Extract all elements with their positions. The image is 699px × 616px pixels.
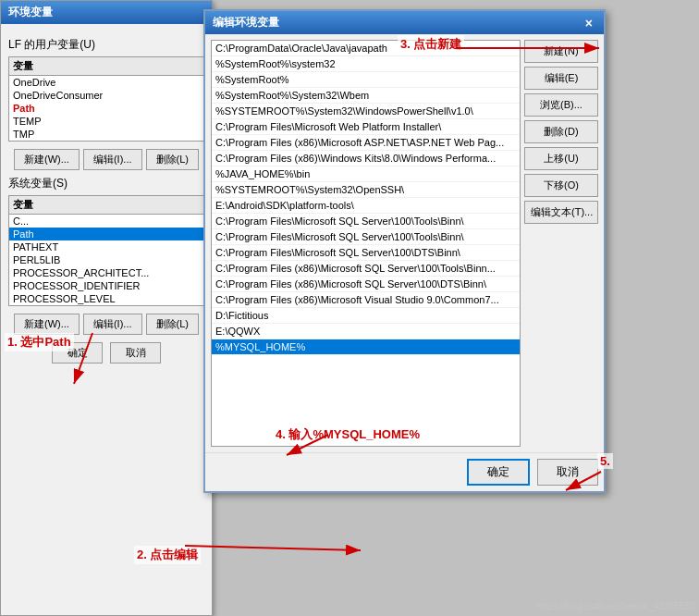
path-item-16[interactable]: C:\Program Files (x86)\Microsoft Visual … (212, 292, 520, 308)
move-down-button[interactable]: 下移(O) (524, 174, 598, 197)
env-window-title: 环境变量 (1, 1, 212, 24)
system-vars-header: 变量 (9, 196, 203, 215)
system-var-row-pathext[interactable]: PATHEXT (9, 240, 203, 253)
path-item-18[interactable]: E:\QQWX (212, 324, 520, 339)
path-item-mysql[interactable]: %MYSQL_HOME% (212, 339, 520, 355)
path-item-4[interactable]: %SYSTEMROOT%\System32\WindowsPowerShell\… (212, 104, 520, 119)
new-path-button[interactable]: 新建(N) (524, 40, 598, 63)
system-var-row-path[interactable]: Path (9, 228, 203, 240)
user-vars-label: LF 的用户变量(U) (8, 37, 204, 53)
edit-path-dialog: 编辑环境变量 × C:\ProgramData\Oracle\Java\java… (203, 9, 606, 493)
user-delete-button[interactable]: 删除(L) (146, 149, 199, 170)
system-var-row-perl5lib[interactable]: PERL5LIB (9, 253, 203, 266)
path-item-8[interactable]: %JAVA_HOME%\bin (212, 166, 520, 182)
path-item-6[interactable]: C:\Program Files (x86)\Microsoft ASP.NET… (212, 135, 520, 151)
env-variables-window: 环境变量 LF 的用户变量(U) 变量 OneDrive OneDriveCon… (0, 0, 213, 616)
dialog-cancel-button[interactable]: 取消 (537, 459, 598, 486)
system-var-row-proc-arch[interactable]: PROCESSOR_ARCHITECT... (9, 266, 203, 279)
path-item-7[interactable]: C:\Program Files (x86)\Windows Kits\8.0\… (212, 151, 520, 166)
env-ok-button[interactable]: 确定 (52, 342, 103, 363)
edit-text-button[interactable]: 编辑文本(T)... (524, 201, 598, 224)
user-var-row-tmp[interactable]: TMP (9, 128, 203, 141)
user-edit-button[interactable]: 编辑(I)... (83, 149, 142, 170)
system-var-row-c[interactable]: C... (9, 215, 203, 228)
dialog-side-buttons: 新建(N) 编辑(E) 浏览(B)... 删除(D) 上移(U) 下移(O) 编… (524, 40, 598, 447)
path-item-17[interactable]: D:\Fictitious (212, 308, 520, 324)
path-item-10[interactable]: E:\Android\SDK\platform-tools\ (212, 198, 520, 214)
path-item-1[interactable]: %SystemRoot%\system32 (212, 56, 520, 72)
user-vars-table: 变量 OneDrive OneDriveConsumer Path TEMP T… (8, 56, 204, 142)
path-item-11[interactable]: C:\Program Files\Microsoft SQL Server\10… (212, 214, 520, 229)
edit-path-button[interactable]: 编辑(E) (524, 67, 598, 90)
user-buttons-row: 新建(W)... 编辑(I)... 删除(L) (8, 149, 204, 170)
dialog-title-bar: 编辑环境变量 × (205, 11, 604, 34)
path-item-14[interactable]: C:\Program Files (x86)\Microsoft SQL Ser… (212, 261, 520, 277)
path-item-9[interactable]: %SYSTEMROOT%\System32\OpenSSH\ (212, 182, 520, 198)
path-list[interactable]: C:\ProgramData\Oracle\Java\javapath %Sys… (211, 40, 521, 447)
system-vars-label: 系统变量(S) (8, 176, 204, 191)
system-vars-table: 变量 C... Path PATHEXT PERL5LIB PROCESSOR_… (8, 195, 204, 306)
sys-delete-button[interactable]: 删除(L) (146, 314, 199, 335)
path-item-5[interactable]: C:\Program Files\Microsoft Web Platform … (212, 119, 520, 135)
sys-buttons-row: 新建(W)... 编辑(I)... 删除(L) (8, 314, 204, 335)
browse-path-button[interactable]: 浏览(B)... (524, 93, 598, 117)
sys-edit-button[interactable]: 编辑(I)... (83, 314, 142, 335)
watermark: https://blog.csdn.net/weixin_42365530 (537, 601, 694, 611)
path-item-0[interactable]: C:\ProgramData\Oracle\Java\javapath (212, 41, 520, 56)
sys-new-button[interactable]: 新建(W)... (14, 314, 80, 335)
path-item-2[interactable]: %SystemRoot% (212, 72, 520, 88)
dialog-body: C:\ProgramData\Oracle\Java\javapath %Sys… (205, 34, 604, 452)
env-ok-cancel: 确定 取消 (8, 342, 204, 363)
user-new-button[interactable]: 新建(W)... (14, 149, 80, 170)
system-var-row-proc-id[interactable]: PROCESSOR_IDENTIFIER (9, 279, 203, 292)
move-up-button[interactable]: 上移(U) (524, 147, 598, 170)
dialog-footer: 确定 取消 (205, 452, 604, 491)
env-cancel-button[interactable]: 取消 (110, 342, 161, 363)
user-var-row-temp[interactable]: TEMP (9, 115, 203, 128)
dialog-ok-button[interactable]: 确定 (467, 459, 530, 486)
path-item-13[interactable]: C:\Program Files\Microsoft SQL Server\10… (212, 245, 520, 261)
user-var-row-path[interactable]: Path (9, 102, 203, 115)
delete-path-button[interactable]: 删除(D) (524, 120, 598, 143)
dialog-close-button[interactable]: × (582, 16, 596, 31)
path-item-3[interactable]: %SystemRoot%\System32\Wbem (212, 88, 520, 104)
path-item-15[interactable]: C:\Program Files (x86)\Microsoft SQL Ser… (212, 277, 520, 292)
system-var-row-proc-level[interactable]: PROCESSOR_LEVEL (9, 292, 203, 305)
path-item-12[interactable]: C:\Program Files\Microsoft SQL Server\10… (212, 229, 520, 245)
user-var-row-onedrive[interactable]: OneDrive (9, 76, 203, 89)
user-var-row-onedriveconsumer[interactable]: OneDriveConsumer (9, 89, 203, 102)
user-vars-header: 变量 (9, 57, 203, 76)
